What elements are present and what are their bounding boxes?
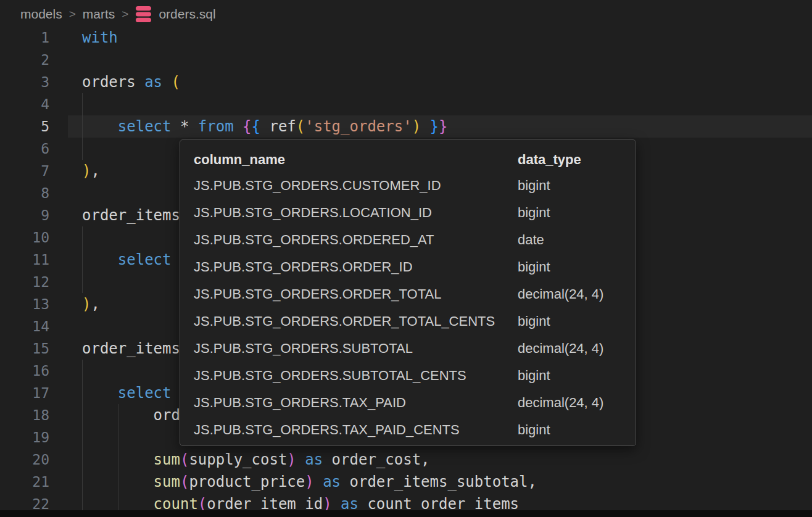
code-token (234, 118, 242, 135)
line-number-17[interactable]: 17 (0, 382, 49, 404)
line-number-2[interactable]: 2 (0, 49, 49, 71)
breadcrumb: models > marts > orders.sql (20, 0, 216, 28)
popup-rows: JS.PUB.STG_ORDERS.CUSTOMER_IDbigintJS.PU… (180, 172, 636, 444)
code-token: ( (198, 495, 207, 510)
code-token (82, 473, 154, 490)
code-line-2[interactable] (82, 49, 812, 71)
code-token (82, 118, 118, 135)
popup-cell-column-name: JS.PUB.STG_ORDERS.ORDER_TOTAL_CENTS (194, 313, 518, 329)
popup-cell-column-name: JS.PUB.STG_ORDERS.CUSTOMER_ID (194, 178, 518, 194)
code-token: with (82, 29, 118, 46)
line-number-14[interactable]: 14 (0, 315, 49, 337)
popup-row: JS.PUB.STG_ORDERS.TAX_PAID_CENTSbigint (180, 416, 636, 444)
code-line-4[interactable] (82, 93, 812, 115)
line-number-4[interactable]: 4 (0, 93, 49, 115)
code-token: * (172, 118, 198, 135)
popup-cell-data-type: bigint (518, 178, 622, 194)
popup-cell-column-name: JS.PUB.STG_ORDERS.ORDER_ID (194, 259, 518, 275)
code-line-21[interactable]: sum(product_price) as order_items_subtot… (82, 471, 812, 493)
code-token: order_cost, (323, 451, 429, 468)
code-token: sum (154, 473, 180, 490)
line-number-13[interactable]: 13 (0, 293, 49, 315)
line-number-11[interactable]: 11 (0, 249, 49, 271)
breadcrumb-item-file[interactable]: orders.sql (159, 7, 215, 22)
code-line-20[interactable]: sum(supply_cost) as order_cost, (82, 449, 812, 471)
code-token: ( (180, 473, 189, 490)
database-icon (135, 6, 152, 22)
code-token: order_items_subtotal, (341, 473, 537, 490)
code-token: , (91, 296, 99, 313)
line-number-5[interactable]: 5 (0, 115, 49, 138)
code-token: as (305, 451, 323, 468)
code-token: ) (323, 495, 331, 510)
line-number-18[interactable]: 18 (0, 404, 49, 426)
code-token: select (118, 118, 172, 135)
line-number-21[interactable]: 21 (0, 471, 49, 493)
popup-cell-data-type: bigint (518, 313, 622, 329)
chevron-right-icon: > (122, 7, 128, 21)
line-number-6[interactable]: 6 (0, 138, 49, 160)
popup-cell-data-type: bigint (518, 205, 622, 221)
code-token (421, 118, 429, 135)
popup-row: JS.PUB.STG_ORDERS.ORDERED_ATdate (180, 226, 636, 254)
code-token: order_item_id (207, 495, 323, 510)
line-number-8[interactable]: 8 (0, 182, 49, 204)
chevron-right-icon: > (69, 7, 76, 21)
popup-cell-column-name: JS.PUB.STG_ORDERS.LOCATION_ID (194, 205, 518, 221)
column-info-popup: column_name data_type JS.PUB.STG_ORDERS.… (180, 139, 636, 446)
line-number-20[interactable]: 20 (0, 449, 49, 471)
line-number-9[interactable]: 9 (0, 204, 49, 226)
line-number-3[interactable]: 3 (0, 71, 49, 93)
code-token (162, 73, 171, 91)
popup-cell-column-name: JS.PUB.STG_ORDERS.SUBTOTAL (194, 341, 518, 357)
popup-cell-data-type: bigint (518, 368, 622, 384)
code-token: order_items (82, 207, 180, 224)
popup-cell-column-name: JS.PUB.STG_ORDERS.SUBTOTAL_CENTS (194, 368, 518, 384)
code-token: sum (154, 451, 180, 468)
popup-cell-column-name: JS.PUB.STG_ORDERS.ORDERED_AT (194, 232, 518, 248)
code-token: ( (296, 118, 305, 135)
popup-header-column-name: column_name (194, 152, 518, 168)
popup-cell-data-type: bigint (518, 422, 622, 438)
popup-row: JS.PUB.STG_ORDERS.ORDER_IDbigint (180, 254, 636, 281)
code-token: product_price (189, 473, 305, 490)
popup-header-data-type: data_type (518, 152, 622, 168)
line-number-15[interactable]: 15 (0, 337, 49, 360)
code-token: as (144, 73, 162, 91)
code-token: ( (180, 451, 189, 468)
code-token: } (430, 118, 439, 135)
code-token (82, 251, 118, 268)
code-line-3[interactable]: orders as ( (82, 71, 812, 93)
code-line-22[interactable]: count(order_item_id) as count_order_item… (82, 493, 812, 510)
code-line-1[interactable]: with (82, 27, 812, 49)
popup-row: JS.PUB.STG_ORDERS.SUBTOTALdecimal(24, 4) (180, 335, 636, 362)
breadcrumb-item-marts[interactable]: marts (83, 7, 115, 22)
popup-cell-data-type: bigint (518, 259, 622, 275)
code-token: count (154, 495, 198, 510)
popup-row: JS.PUB.STG_ORDERS.TAX_PAIDdecimal(24, 4) (180, 389, 636, 416)
code-token: ( (172, 73, 180, 91)
code-token (296, 451, 305, 468)
popup-cell-data-type: decimal(24, 4) (518, 341, 622, 357)
code-line-5[interactable]: select * from {{ ref('stg_orders') }} (82, 115, 812, 138)
popup-row: JS.PUB.STG_ORDERS.ORDER_TOTAL_CENTSbigin… (180, 308, 636, 335)
line-number-16[interactable]: 16 (0, 360, 49, 382)
code-token: { (252, 118, 260, 135)
popup-cell-column-name: JS.PUB.STG_ORDERS.TAX_PAID (194, 395, 518, 411)
line-number-19[interactable]: 19 (0, 426, 49, 449)
line-number-1[interactable]: 1 (0, 27, 49, 49)
code-token: , (91, 162, 99, 180)
popup-cell-data-type: decimal(24, 4) (518, 286, 622, 302)
line-number-10[interactable]: 10 (0, 226, 49, 249)
code-token (82, 451, 154, 468)
code-token: as (323, 473, 341, 490)
line-number-22[interactable]: 22 (0, 493, 49, 510)
editor-window: models > marts > orders.sql 123456789101… (0, 0, 812, 517)
popup-cell-column-name: JS.PUB.STG_ORDERS.TAX_PAID_CENTS (194, 422, 518, 438)
code-token: ) (287, 451, 296, 468)
line-number-7[interactable]: 7 (0, 160, 49, 182)
code-token: 'stg_orders' (305, 118, 412, 135)
line-number-12[interactable]: 12 (0, 271, 49, 293)
breadcrumb-item-models[interactable]: models (20, 7, 62, 22)
code-token: ) (82, 296, 91, 313)
